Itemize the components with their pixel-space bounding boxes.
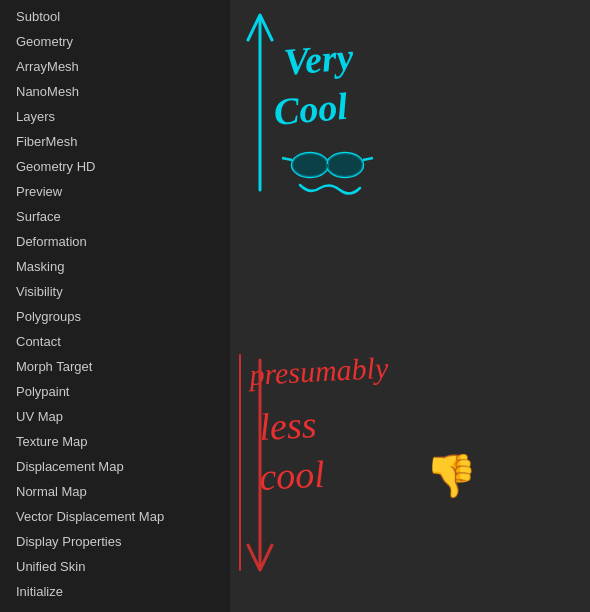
sidebar-item-masking[interactable]: Masking	[0, 254, 230, 279]
sidebar-item-import[interactable]: Import	[0, 604, 230, 612]
sidebar-item-initialize[interactable]: Initialize	[0, 579, 230, 604]
sidebar-item-layers[interactable]: Layers	[0, 104, 230, 129]
sidebar-item-polygroups[interactable]: Polygroups	[0, 304, 230, 329]
sidebar-item-geometry-hd[interactable]: Geometry HD	[0, 154, 230, 179]
svg-text:👎: 👎	[425, 451, 478, 501]
sidebar-item-morph-target[interactable]: Morph Target	[0, 354, 230, 379]
sidebar-item-displacement-map[interactable]: Displacement Map	[0, 454, 230, 479]
sidebar-item-vector-displacement-map[interactable]: Vector Displacement Map	[0, 504, 230, 529]
sidebar-item-normal-map[interactable]: Normal Map	[0, 479, 230, 504]
svg-text:cool: cool	[258, 453, 326, 498]
svg-point-8	[292, 153, 328, 177]
sidebar-item-fibermesh[interactable]: FiberMesh	[0, 129, 230, 154]
sidebar-item-contact[interactable]: Contact	[0, 329, 230, 354]
sidebar-item-surface[interactable]: Surface	[0, 204, 230, 229]
sidebar-item-visibility[interactable]: Visibility	[0, 279, 230, 304]
svg-text:presumably: presumably	[247, 351, 390, 391]
svg-text:Cool: Cool	[272, 85, 350, 133]
sidebar-item-geometry[interactable]: Geometry	[0, 29, 230, 54]
svg-text:Very: Very	[282, 35, 355, 83]
annotation-svg: Very Cool presumably less cool 👎	[230, 0, 590, 612]
sidebar-item-subtool[interactable]: Subtool	[0, 4, 230, 29]
sidebar-item-display-properties[interactable]: Display Properties	[0, 529, 230, 554]
svg-line-7	[363, 158, 373, 160]
sidebar: SubtoolGeometryArrayMeshNanoMeshLayersFi…	[0, 0, 230, 612]
main-area: Very Cool presumably less cool 👎	[230, 0, 590, 612]
sidebar-item-unified-skin[interactable]: Unified Skin	[0, 554, 230, 579]
sidebar-item-deformation[interactable]: Deformation	[0, 229, 230, 254]
svg-point-9	[327, 153, 363, 177]
sidebar-item-texture-map[interactable]: Texture Map	[0, 429, 230, 454]
sidebar-item-nanomesh[interactable]: NanoMesh	[0, 79, 230, 104]
svg-line-6	[282, 158, 292, 160]
sidebar-item-preview[interactable]: Preview	[0, 179, 230, 204]
sidebar-item-polypaint[interactable]: Polypaint	[0, 379, 230, 404]
svg-text:less: less	[258, 403, 317, 448]
sidebar-item-arraymesh[interactable]: ArrayMesh	[0, 54, 230, 79]
sidebar-item-uv-map[interactable]: UV Map	[0, 404, 230, 429]
